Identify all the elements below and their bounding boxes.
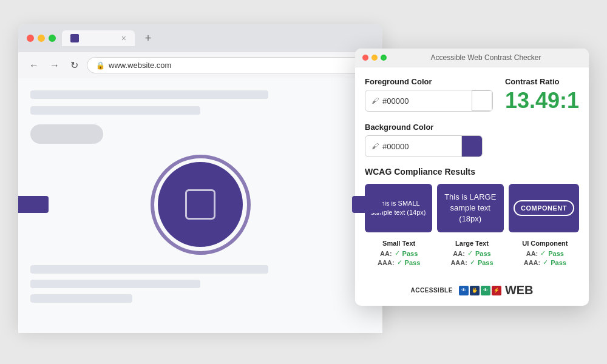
large-aaa-pass: Pass xyxy=(478,259,493,266)
accessibility-icons: 👁 🖐 👁 ⚡ xyxy=(459,286,501,295)
skeleton-bar-3 xyxy=(30,265,268,274)
foreground-swatch[interactable] xyxy=(472,90,492,111)
ui-component-result-title: UI Component xyxy=(511,240,579,247)
tab-favicon-icon xyxy=(70,34,79,42)
large-aa-row: AA: ✓ Pass xyxy=(438,249,506,257)
back-button[interactable]: ← xyxy=(27,59,41,72)
large-text-result: Large Text AA: ✓ Pass AAA: ✓ Pass xyxy=(438,240,506,268)
refresh-button[interactable]: ↻ xyxy=(68,58,81,72)
web-label: WEB xyxy=(505,283,534,297)
browser-titlebar: × + xyxy=(18,24,382,52)
ratio-section: Contrast Ratio 13.49:1 xyxy=(505,77,579,113)
hero-arm-left xyxy=(18,196,49,213)
address-bar[interactable]: 🔒 www.website.com xyxy=(87,57,374,73)
large-text-card: This is LARGE sample text (18px) xyxy=(437,184,504,232)
skeleton-lines-bottom xyxy=(30,265,370,303)
browser-page-content xyxy=(18,78,382,333)
contrast-checker-panel: Accessible Web Contrast Checker Foregrou… xyxy=(355,49,589,306)
colors-row: Foreground Color 🖌 #00000 Contrast Ratio… xyxy=(365,77,579,113)
small-aaa-check-icon: ✓ xyxy=(397,258,402,266)
compliance-cards: This is SMALL sample text (14px) This is… xyxy=(365,184,579,232)
skeleton-button xyxy=(30,124,103,144)
component-card: COMPONENT xyxy=(509,184,579,232)
panel-titlebar: Accessible Web Contrast Checker xyxy=(355,49,589,67)
small-aaa-pass: Pass xyxy=(405,259,421,266)
skeleton-bar-2 xyxy=(30,106,200,115)
ui-aaa-pass: Pass xyxy=(551,259,566,266)
access-icon-2: 🖐 xyxy=(470,286,480,295)
lock-icon: 🔒 xyxy=(96,61,105,70)
background-input-field: 🖌 #00000 xyxy=(365,138,461,155)
access-icon-3: 👁 xyxy=(481,286,490,295)
large-text-result-title: Large Text xyxy=(438,240,506,247)
background-input-row[interactable]: 🖌 #00000 xyxy=(365,135,483,157)
wcag-title: WCAG Compliance Results xyxy=(365,167,579,177)
large-aaa-label: AAA: xyxy=(450,259,467,266)
hero-ring xyxy=(151,155,251,255)
browser-toolbar: ← → ↻ 🔒 www.website.com xyxy=(18,52,382,78)
ui-component-result: UI Component AA: ✓ Pass AAA: ✓ Pass xyxy=(511,240,579,268)
ratio-label: Contrast Ratio xyxy=(505,77,579,86)
ui-aaa-row: AAA: ✓ Pass xyxy=(511,258,579,266)
address-text: www.website.com xyxy=(109,61,171,70)
brush-icon: 🖌 xyxy=(371,96,379,105)
minimize-window-button[interactable] xyxy=(38,35,45,42)
ui-aaa-check-icon: ✓ xyxy=(543,258,548,266)
small-aaa-label: AAA: xyxy=(378,259,395,266)
compliance-results: Small Text AA: ✓ Pass AAA: ✓ Pass Large … xyxy=(365,240,579,268)
foreground-value: #00000 xyxy=(382,96,409,106)
small-aa-label: AA: xyxy=(380,250,392,257)
small-aa-check-icon: ✓ xyxy=(395,249,400,257)
background-swatch[interactable] xyxy=(461,136,482,157)
foreground-input-field: 🖌 #00000 xyxy=(365,93,472,109)
browser-window-controls xyxy=(27,35,56,42)
background-color-label: Background Color xyxy=(365,123,579,132)
wcag-section: WCAG Compliance Results This is SMALL sa… xyxy=(365,167,579,268)
new-tab-button[interactable]: + xyxy=(141,31,155,46)
skeleton-bar-5 xyxy=(30,294,132,303)
background-value: #00000 xyxy=(382,142,409,151)
large-aaa-row: AAA: ✓ Pass xyxy=(438,258,506,266)
small-text-result-title: Small Text xyxy=(365,240,433,247)
large-aaa-check-icon: ✓ xyxy=(470,258,475,266)
accessible-label-stack: ACCESSIBLE xyxy=(410,287,452,294)
large-aa-pass: Pass xyxy=(475,250,491,257)
accessible-text: ACCESSIBLE xyxy=(410,287,452,294)
maximize-window-button[interactable] xyxy=(49,35,56,42)
background-section: Background Color 🖌 #00000 xyxy=(365,123,579,157)
small-aa-row: AA: ✓ Pass xyxy=(365,249,433,257)
panel-maximize-button[interactable] xyxy=(381,55,387,61)
large-text-sample: This is LARGE sample text (18px) xyxy=(442,192,500,225)
ui-aa-row: AA: ✓ Pass xyxy=(511,249,579,257)
browser-tab[interactable]: × xyxy=(62,30,135,46)
hero-arm-right xyxy=(352,196,382,213)
panel-close-button[interactable] xyxy=(362,55,368,61)
panel-body: Foreground Color 🖌 #00000 Contrast Ratio… xyxy=(355,67,589,277)
component-sample: COMPONENT xyxy=(514,200,574,216)
ui-aa-label: AA: xyxy=(526,250,538,257)
panel-minimize-button[interactable] xyxy=(371,55,378,61)
close-window-button[interactable] xyxy=(27,35,34,42)
access-icon-1: 👁 xyxy=(459,286,469,295)
panel-window-controls xyxy=(362,55,387,61)
small-aaa-row: AAA: ✓ Pass xyxy=(365,258,433,266)
ratio-value: 13.49:1 xyxy=(505,90,579,112)
forward-button[interactable]: → xyxy=(47,59,62,72)
brush-icon-bg: 🖌 xyxy=(371,142,379,150)
foreground-input-row[interactable]: 🖌 #00000 xyxy=(365,90,493,112)
access-icon-4: ⚡ xyxy=(492,286,501,295)
foreground-color-label: Foreground Color xyxy=(365,77,493,86)
large-aa-label: AA: xyxy=(453,250,465,257)
skeleton-hero xyxy=(30,162,370,247)
foreground-section: Foreground Color 🖌 #00000 xyxy=(365,77,493,113)
small-text-result: Small Text AA: ✓ Pass AAA: ✓ Pass xyxy=(365,240,433,268)
small-aa-pass: Pass xyxy=(402,250,418,257)
ui-aa-pass: Pass xyxy=(548,250,564,257)
large-aa-check-icon: ✓ xyxy=(467,249,473,257)
browser-window: × + ← → ↻ 🔒 www.website.com xyxy=(18,24,382,328)
ui-aa-check-icon: ✓ xyxy=(540,249,546,257)
page-skeleton xyxy=(30,90,370,144)
tab-close-icon[interactable]: × xyxy=(121,33,126,43)
panel-title: Accessible Web Contrast Checker xyxy=(390,53,582,62)
ui-aaa-label: AAA: xyxy=(524,259,541,266)
